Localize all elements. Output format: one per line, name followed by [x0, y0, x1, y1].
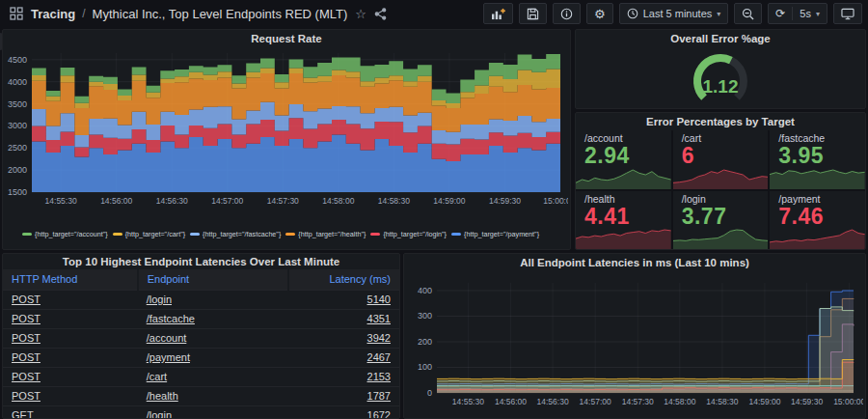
magnifier-minus-icon	[742, 8, 754, 20]
x-axis-tick-label: 14:56:00	[100, 196, 132, 206]
column-header[interactable]: Latency (ms)	[288, 269, 399, 290]
table-cell-link[interactable]: POST	[3, 367, 138, 386]
y-axis-tick-label: 4000	[8, 77, 27, 87]
panel-title[interactable]: Top 10 Highest Endpoint Latencies Over L…	[3, 254, 399, 269]
x-axis-tick-label: 14:59:00	[748, 397, 780, 406]
legend-item[interactable]: {http_target="/health"}	[285, 230, 366, 238]
table-cell-link[interactable]: POST	[3, 309, 138, 328]
table-cell-link[interactable]: /account	[138, 328, 288, 348]
series-line	[437, 359, 854, 379]
stat-value: 7.46	[778, 205, 865, 229]
table-cell-link[interactable]: /login	[138, 405, 288, 419]
x-axis-tick-label: 14:57:30	[267, 196, 299, 206]
table-cell-link[interactable]: /login	[138, 290, 288, 309]
error-stat-tile: /cart6	[673, 130, 769, 189]
table-row: POST/payment2467	[3, 348, 399, 367]
table-row: POST/login5140	[3, 290, 399, 309]
breadcrumb: Tracing / Mythical Inc., Top Level Endpo…	[31, 7, 347, 21]
table-header-row: HTTP MethodEndpointLatency (ms)	[3, 269, 399, 290]
y-axis-tick-label: 200	[418, 337, 432, 347]
table-row: POST/health1787	[3, 386, 399, 405]
series-line	[437, 307, 854, 381]
chevron-down-icon: ▾	[717, 10, 720, 18]
x-axis-tick-label: 14:57:00	[211, 196, 243, 206]
x-axis-tick-label: 14:58:30	[706, 397, 738, 406]
table-cell-link[interactable]: /cart	[138, 367, 288, 386]
legend-item[interactable]: {http_target="/account"}	[22, 230, 108, 238]
table-cell-link[interactable]: 5140	[288, 290, 399, 309]
x-axis-tick-label: 14:59:30	[489, 196, 521, 206]
table-cell-link[interactable]: 2153	[288, 367, 399, 386]
column-header[interactable]: HTTP Method	[3, 269, 138, 290]
table-cell-link[interactable]: POST	[3, 328, 138, 348]
column-header[interactable]: Endpoint	[138, 269, 288, 290]
legend-item[interactable]: {http_target="/cart"}	[113, 230, 185, 238]
y-axis-tick-label: 2500	[8, 143, 27, 153]
stat-sparkline	[576, 166, 671, 189]
button-divider	[792, 7, 793, 20]
x-axis-tick-label: 14:58:00	[322, 196, 354, 206]
panel-latency-table: Top 10 Highest Endpoint Latencies Over L…	[2, 253, 400, 419]
dashboard-settings-button[interactable]: ⚙	[586, 3, 613, 24]
zoom-out-time-button[interactable]	[734, 3, 762, 24]
dashboards-grid-icon[interactable]	[10, 7, 23, 20]
legend-item[interactable]: {http_target="/payment"}	[451, 230, 539, 238]
legend-label: {http_target="/payment"}	[464, 230, 539, 238]
latency-chart: 010020030040014:55:3014:56:0014:56:3014:…	[404, 271, 863, 418]
table-cell-link[interactable]: 1672	[288, 405, 399, 419]
legend-swatch	[22, 233, 32, 236]
panel-title[interactable]: All Endpoint Latencies in ms (Last 10 mi…	[404, 254, 865, 271]
legend-label: {http_target="/login"}	[383, 230, 447, 238]
panel-title[interactable]: Overall Error %age	[576, 30, 865, 47]
stat-value: 2.94	[584, 144, 671, 168]
table-cell-link[interactable]: POST	[3, 290, 138, 309]
x-axis-tick-label: 14:56:30	[537, 397, 569, 406]
legend-swatch	[370, 233, 380, 236]
clock-icon	[627, 8, 638, 19]
breadcrumb-dashboard-title[interactable]: Mythical Inc., Top Level Endpoints RED (…	[93, 7, 348, 21]
request-rate-legend: {http_target="/account"}{http_target="/c…	[3, 229, 570, 238]
gear-icon: ⚙	[594, 8, 606, 20]
time-range-picker[interactable]: Last 5 minutes ▾	[619, 3, 729, 24]
dashboard-insights-button[interactable]	[553, 3, 581, 24]
table-cell-link[interactable]: POST	[3, 386, 138, 405]
table-cell-link[interactable]: /health	[138, 386, 288, 405]
panel-overall-error: Overall Error %age 1.12	[575, 29, 866, 109]
stat-label: /cart	[682, 132, 769, 144]
refresh-picker[interactable]: ⟳ 5s ▾	[768, 3, 827, 24]
breadcrumb-folder[interactable]: Tracing	[31, 7, 75, 21]
legend-item[interactable]: {http_target="/fastcache"}	[190, 230, 281, 238]
table-row: POST/cart2153	[3, 367, 399, 386]
table-cell-link[interactable]: GET	[3, 405, 138, 419]
table-cell-link[interactable]: /fastcache	[138, 309, 288, 328]
legend-item[interactable]: {http_target="/login"}	[370, 230, 447, 238]
gauge-value: 1.12	[703, 76, 739, 97]
table-cell-link[interactable]: 2467	[288, 348, 399, 367]
panel-title[interactable]: Request Rate	[3, 30, 570, 47]
table-cell-link[interactable]: 3942	[288, 328, 399, 348]
error-stat-tile: /login3.77	[673, 191, 769, 250]
add-panel-button[interactable]	[483, 3, 513, 24]
error-gauge: 1.12	[648, 47, 793, 107]
save-dashboard-button[interactable]	[519, 3, 547, 24]
y-axis-tick-label: 400	[418, 286, 432, 295]
table-cell-link[interactable]: POST	[3, 348, 138, 367]
error-target-tiles: /account2.94/cart6/fastcache3.95/health4…	[576, 130, 865, 249]
panel-all-latencies: All Endpoint Latencies in ms (Last 10 mi…	[403, 253, 866, 419]
y-axis-tick-label: 3000	[8, 121, 27, 130]
legend-swatch	[451, 233, 461, 236]
table-cell-link[interactable]: /payment	[138, 348, 288, 367]
stat-sparkline	[770, 226, 865, 249]
tv-mode-button[interactable]	[833, 3, 862, 24]
x-axis-tick-label: 14:57:00	[580, 397, 611, 406]
y-axis-tick-label: 4500	[8, 55, 27, 65]
table-cell-link[interactable]: 4351	[288, 309, 399, 328]
star-icon[interactable]: ☆	[355, 7, 366, 21]
x-axis-tick-label: 14:55:30	[452, 397, 484, 406]
share-icon[interactable]	[374, 8, 387, 20]
breadcrumb-separator: /	[82, 7, 85, 20]
table-cell-link[interactable]: 1787	[288, 386, 399, 405]
table-row: GET/login1672	[3, 405, 399, 419]
panel-title[interactable]: Error Percentages by Target	[576, 113, 865, 130]
y-axis-tick-label: 300	[418, 311, 432, 321]
